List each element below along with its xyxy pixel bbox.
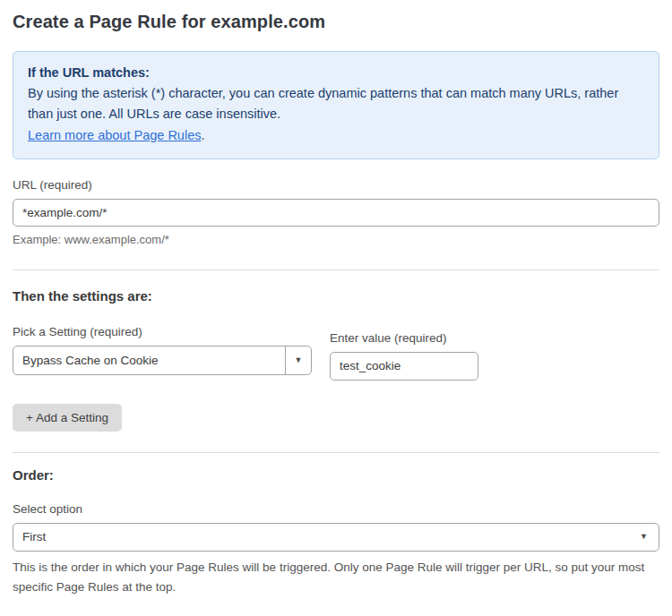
settings-row: Pick a Setting (required) Bypass Cache o… bbox=[13, 325, 659, 381]
url-section: URL (required) Example: www.example.com/… bbox=[13, 178, 659, 246]
order-select-label: Select option bbox=[13, 502, 659, 516]
info-link-line: Learn more about Page Rules. bbox=[28, 125, 644, 146]
info-link-suffix: . bbox=[201, 128, 204, 142]
settings-section: Then the settings are: Pick a Setting (r… bbox=[13, 288, 659, 432]
chevron-down-icon: ▼ bbox=[640, 533, 648, 541]
order-helper-text: This is the order in which your Page Rul… bbox=[13, 558, 658, 598]
setting-select-value: Bypass Cache on Cookie bbox=[13, 346, 285, 374]
enter-value-label: Enter value (required) bbox=[330, 331, 478, 345]
setting-select[interactable]: Bypass Cache on Cookie ▼ bbox=[13, 346, 312, 375]
order-section: Order: Select option First ▼ This is the… bbox=[13, 467, 659, 598]
order-heading: Order: bbox=[13, 467, 659, 483]
learn-more-link[interactable]: Learn more about Page Rules bbox=[28, 128, 201, 142]
chevron-down-icon: ▼ bbox=[295, 356, 303, 364]
page-title: Create a Page Rule for example.com bbox=[13, 12, 659, 32]
settings-heading: Then the settings are: bbox=[13, 288, 659, 304]
setting-value-input[interactable] bbox=[330, 352, 478, 381]
url-field-label: URL (required) bbox=[13, 178, 659, 192]
add-setting-button[interactable]: + Add a Setting bbox=[13, 404, 122, 432]
url-helper-text: Example: www.example.com/* bbox=[13, 233, 659, 246]
create-page-rule-form: Create a Page Rule for example.com If th… bbox=[0, 0, 672, 616]
info-box-heading: If the URL matches: bbox=[28, 63, 644, 83]
pick-setting-column: Pick a Setting (required) Bypass Cache o… bbox=[13, 325, 312, 381]
pick-setting-label: Pick a Setting (required) bbox=[13, 325, 312, 338]
setting-select-arrow-segment[interactable]: ▼ bbox=[285, 346, 311, 374]
divider bbox=[13, 452, 659, 453]
order-select-value: First bbox=[22, 530, 46, 543]
info-box-body: By using the asterisk (*) character, you… bbox=[28, 83, 644, 124]
url-input[interactable] bbox=[13, 199, 659, 227]
divider bbox=[13, 270, 659, 270]
url-match-info-box: If the URL matches: By using the asteris… bbox=[13, 51, 659, 159]
enter-value-column: Enter value (required) bbox=[330, 325, 478, 381]
order-select[interactable]: First ▼ bbox=[13, 523, 659, 552]
